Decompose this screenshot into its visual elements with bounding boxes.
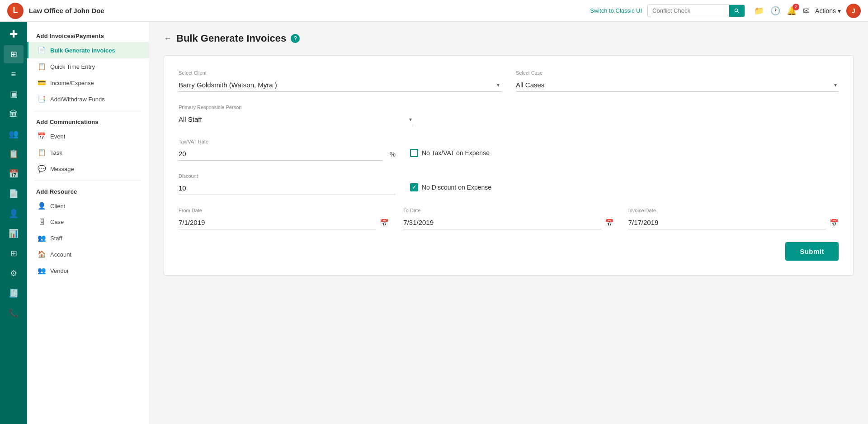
back-button[interactable]: ← [164, 34, 172, 43]
discount-label: Discount [179, 173, 396, 179]
select-case-wrap: All Cases ▾ [516, 78, 839, 92]
primary-person-wrap: All Staff ▾ [179, 113, 414, 126]
actions-label: Actions [815, 7, 836, 14]
client-case-row: Select Client Barry Goldsmith (Watson, M… [179, 70, 839, 92]
rail-graduation-icon[interactable]: ▣ [4, 85, 24, 103]
clock-icon[interactable]: 🕐 [770, 6, 780, 16]
invoice-date-input[interactable] [628, 216, 826, 229]
sidebar-item-task[interactable]: 📋 Task [27, 144, 149, 161]
account-icon: 🏠 [38, 250, 46, 258]
sidebar-item-task-label: Task [50, 149, 62, 156]
sidebar-item-account[interactable]: 🏠 Account [27, 246, 149, 262]
sidebar-divider-2 [34, 181, 142, 181]
sidebar-item-add-withdraw-label: Add/Withdraw Funds [50, 96, 105, 103]
rail-person-icon[interactable]: 👤 [4, 205, 24, 223]
to-date-group: To Date 📅 [403, 208, 613, 229]
sidebar: Add Invoices/Payments 📄 Bulk Generate In… [27, 22, 149, 424]
event-icon: 📅 [38, 132, 46, 140]
app-title: Law Office of John Doe [29, 7, 585, 14]
primary-person-dropdown[interactable]: All Staff [179, 113, 414, 126]
sidebar-section-invoices-title: Add Invoices/Payments [27, 29, 149, 42]
rail-add-icon[interactable]: ✚ [4, 25, 24, 43]
discount-group: Discount [179, 173, 396, 195]
mail-icon[interactable]: ✉ [803, 6, 810, 16]
form-actions: Submit [179, 242, 839, 261]
rail-phone-icon[interactable]: 📞 [4, 304, 24, 322]
help-icon[interactable]: ? [291, 34, 300, 43]
no-tax-checkbox-label[interactable]: No Tax/VAT on Expense [410, 149, 490, 157]
calendar-icon[interactable]: 📁 [754, 6, 764, 16]
rail-grid-icon[interactable]: ⊞ [4, 244, 24, 262]
primary-person-label: Primary Responsible Person [179, 105, 414, 110]
sidebar-item-vendor-label: Vendor [50, 267, 69, 274]
sidebar-item-vendor[interactable]: 👥 Vendor [27, 262, 149, 279]
tax-vat-input[interactable] [179, 147, 382, 161]
sidebar-item-message[interactable]: 💬 Message [27, 161, 149, 177]
from-date-group: From Date 📅 [179, 208, 389, 229]
rail-building-icon[interactable]: 🏛 [4, 105, 24, 123]
sidebar-item-client-label: Client [50, 203, 65, 210]
bulk-generate-form: Select Client Barry Goldsmith (Watson, M… [164, 55, 854, 276]
no-discount-checkbox[interactable] [410, 183, 418, 191]
select-case-group: Select Case All Cases ▾ [516, 70, 839, 92]
primary-person-group: Primary Responsible Person All Staff ▾ [179, 105, 414, 126]
actions-menu[interactable]: Actions ▾ [815, 7, 841, 14]
conflict-check-search-button[interactable] [729, 5, 745, 17]
sidebar-section-resource-title: Add Resource [27, 185, 149, 198]
select-case-dropdown[interactable]: All Cases [516, 78, 839, 92]
rail-list-icon[interactable]: 📄 [4, 185, 24, 203]
select-client-wrap: Barry Goldsmith (Watson, Myra ) ▾ [179, 78, 501, 92]
sidebar-item-income-expense[interactable]: 💳 Income/Expense [27, 75, 149, 91]
conflict-check-search [647, 5, 745, 17]
no-tax-group: No Tax/VAT on Expense [410, 149, 490, 161]
no-discount-checkbox-label[interactable]: No Discount on Expense [410, 183, 491, 191]
sidebar-item-case-label: Case [50, 219, 64, 225]
from-date-wrap: 📅 [179, 216, 389, 229]
sidebar-item-case[interactable]: 🗄 Case [27, 214, 149, 230]
sidebar-item-bulk-generate-invoices[interactable]: 📄 Bulk Generate Invoices [27, 42, 149, 58]
sidebar-item-staff[interactable]: 👥 Staff [27, 230, 149, 246]
topnav: L Law Office of John Doe Switch to Class… [0, 0, 868, 22]
select-case-label: Select Case [516, 70, 839, 76]
sidebar-section-communications-title: Add Communications [27, 115, 149, 128]
from-date-calendar-icon[interactable]: 📅 [380, 219, 389, 227]
switch-to-classic-link[interactable]: Switch to Classic UI [590, 7, 642, 14]
rail-dashboard-icon[interactable]: ⊞ [4, 45, 24, 63]
sidebar-item-bulk-generate-label: Bulk Generate Invoices [50, 47, 115, 54]
tax-percent-symbol: % [390, 150, 396, 158]
from-date-label: From Date [179, 208, 389, 213]
case-icon: 🗄 [38, 218, 46, 226]
sidebar-item-add-withdraw[interactable]: 📑 Add/Withdraw Funds [27, 91, 149, 107]
rail-clipboard-icon[interactable]: 📋 [4, 145, 24, 163]
app-logo: L [7, 3, 24, 19]
message-icon: 💬 [38, 165, 46, 173]
tax-vat-group: Tax/VAT Rate % [179, 139, 396, 161]
to-date-calendar-icon[interactable]: 📅 [605, 219, 614, 227]
rail-billing-icon[interactable]: ≡ [4, 65, 24, 83]
main-wrap: ✚ ⊞ ≡ ▣ 🏛 👥 📋 📅 📄 👤 📊 ⊞ ⚙ 🧾 📞 Add Invoic… [0, 22, 868, 424]
conflict-check-input[interactable] [648, 5, 729, 16]
notification-icon[interactable]: 🔔 2 [787, 6, 797, 16]
invoice-date-label: Invoice Date [628, 208, 839, 213]
invoice-date-calendar-icon[interactable]: 📅 [830, 219, 839, 227]
select-client-dropdown[interactable]: Barry Goldsmith (Watson, Myra ) [179, 78, 501, 92]
sidebar-item-client[interactable]: 👤 Client [27, 198, 149, 214]
submit-button[interactable]: Submit [785, 242, 839, 261]
quick-time-icon: 📋 [38, 62, 46, 71]
rail-settings-icon[interactable]: ⚙ [4, 264, 24, 282]
notification-badge: 2 [793, 4, 799, 10]
rail-people-icon[interactable]: 👥 [4, 125, 24, 143]
invoice-date-group: Invoice Date 📅 [628, 208, 839, 229]
no-tax-checkbox[interactable] [410, 149, 418, 157]
rail-chart-icon[interactable]: 📊 [4, 224, 24, 243]
income-expense-icon: 💳 [38, 79, 46, 87]
discount-input[interactable] [179, 181, 396, 195]
select-client-label: Select Client [179, 70, 501, 76]
sidebar-item-quick-time-entry[interactable]: 📋 Quick Time Entry [27, 58, 149, 75]
from-date-input[interactable] [179, 216, 376, 229]
to-date-input[interactable] [403, 216, 601, 229]
rail-receipt-icon[interactable]: 🧾 [4, 284, 24, 302]
sidebar-item-event[interactable]: 📅 Event [27, 128, 149, 144]
rail-calendar-icon[interactable]: 📅 [4, 165, 24, 183]
user-avatar[interactable]: J [846, 4, 861, 18]
